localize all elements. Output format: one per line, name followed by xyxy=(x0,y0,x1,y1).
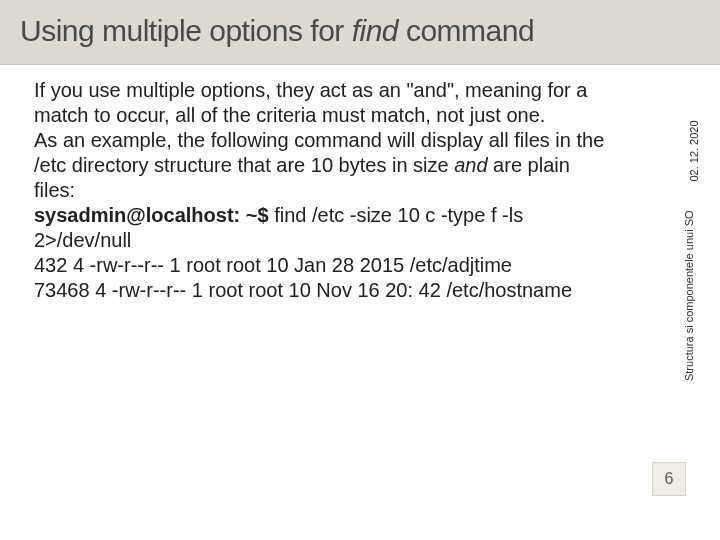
title-pre: Using multiple options for xyxy=(20,14,352,47)
slide-title: Using multiple options for find command xyxy=(20,14,700,48)
slide-body: If you use multiple options, they act as… xyxy=(34,78,614,303)
title-post: command xyxy=(398,14,534,47)
shell-prompt: sysadmin@localhost: ~$ xyxy=(34,204,269,226)
slide-header: Using multiple options for find command xyxy=(0,0,720,65)
course-label: Structura si componentele unui SO xyxy=(683,231,695,381)
page-number: 6 xyxy=(652,462,686,496)
side-labels: 02. 12. 2020 Structura si componentele u… xyxy=(686,90,706,390)
page-number-text: 6 xyxy=(665,470,674,488)
output-line-1: 432 4 -rw-r--r-- 1 root root 10 Jan 28 2… xyxy=(34,254,512,276)
body-text: If you use multiple options, they act as… xyxy=(34,78,614,303)
title-italic: find xyxy=(352,14,398,47)
date-label: 02. 12. 2020 xyxy=(687,120,699,181)
paragraph-2-em: and xyxy=(454,154,487,176)
paragraph-1: If you use multiple options, they act as… xyxy=(34,79,587,126)
output-line-2: 73468 4 -rw-r--r-- 1 root root 10 Nov 16… xyxy=(34,279,572,301)
